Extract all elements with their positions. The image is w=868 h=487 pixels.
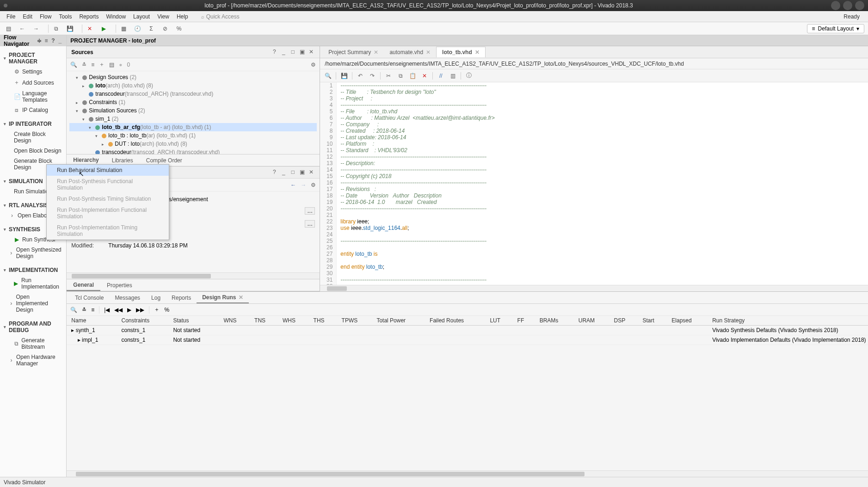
- quick-access-box[interactable]: ⌕ Quick Access: [201, 13, 240, 20]
- library-browse-button[interactable]: …: [305, 220, 315, 228]
- ed-columns-icon[interactable]: ▥: [449, 73, 457, 79]
- line-content[interactable]: -- Copyright (c) 2018: [337, 173, 868, 179]
- line-content[interactable]: -- Description:: [337, 160, 868, 166]
- code-line[interactable]: 3-- Project :: [320, 95, 868, 102]
- column-header[interactable]: TPWS: [337, 316, 372, 326]
- code-line[interactable]: 30: [320, 270, 868, 277]
- column-header[interactable]: Constraints: [117, 316, 169, 326]
- sources-tree[interactable]: ▾Design Sources (2) ▸loto(arch) (loto.vh…: [67, 71, 320, 154]
- menu-tools[interactable]: Tools: [55, 13, 75, 20]
- sources-float-icon[interactable]: ▣: [298, 49, 306, 56]
- nav-add-sources[interactable]: ＋Add Sources: [4, 77, 62, 88]
- line-content[interactable]: ----------------------------------------…: [337, 238, 868, 244]
- window-close-button[interactable]: [855, 1, 864, 10]
- nav-open-synthesized[interactable]: ›Open Synthesized Design: [4, 245, 62, 261]
- code-line[interactable]: 25--------------------------------------…: [320, 238, 868, 244]
- column-header[interactable]: Failed Routes: [425, 316, 485, 326]
- con-first-icon[interactable]: |◀: [104, 307, 110, 313]
- close-icon[interactable]: ✕: [426, 49, 431, 55]
- fn-expand-icon[interactable]: ≡: [43, 37, 49, 44]
- save-icon[interactable]: 💾: [65, 24, 74, 33]
- code-line[interactable]: 9-- Last update: 2018-06-14: [320, 134, 868, 141]
- forward-icon[interactable]: →: [31, 24, 41, 33]
- code-line[interactable]: 28: [320, 257, 868, 264]
- run-icon[interactable]: ▶: [99, 24, 108, 33]
- column-header[interactable]: Elapsed: [667, 316, 708, 326]
- column-header[interactable]: Status: [168, 316, 219, 326]
- con-percent-icon[interactable]: %: [164, 307, 169, 313]
- line-content[interactable]: ----------------------------------------…: [337, 82, 868, 89]
- menu-view[interactable]: View: [154, 13, 173, 20]
- con-next-icon[interactable]: ▶▶: [136, 307, 144, 313]
- sources-min-icon[interactable]: _: [280, 49, 287, 56]
- line-content[interactable]: [337, 212, 868, 218]
- ed-comment-icon[interactable]: //: [437, 73, 445, 79]
- code-line[interactable]: 8-- Created : 2018-06-14: [320, 128, 868, 134]
- line-content[interactable]: ----------------------------------------…: [337, 166, 868, 173]
- editor-scrollbar[interactable]: [320, 285, 868, 291]
- section-implementation[interactable]: IMPLEMENTATION: [4, 265, 62, 275]
- detail-icon[interactable]: ▤: [109, 62, 114, 68]
- con-search-icon[interactable]: 🔍: [70, 307, 77, 313]
- line-content[interactable]: [337, 270, 868, 277]
- ed-save-icon[interactable]: 💾: [340, 73, 348, 79]
- column-header[interactable]: Start: [638, 316, 667, 326]
- code-line[interactable]: 7-- Company :: [320, 121, 868, 128]
- nav-open-block-design[interactable]: Open Block Design: [4, 146, 62, 156]
- line-content[interactable]: library ieee;: [337, 218, 868, 225]
- add-icon[interactable]: ＋: [99, 61, 105, 68]
- code-line[interactable]: 21: [320, 212, 868, 218]
- props-help-icon[interactable]: ?: [271, 169, 278, 176]
- nav-run-implementation[interactable]: ▶Run Implementation: [4, 275, 62, 292]
- line-content[interactable]: -- Revisions :: [337, 186, 868, 192]
- line-content[interactable]: -- 2018-06-14 1.0 marzel Created: [337, 199, 868, 205]
- close-icon[interactable]: ✕: [239, 294, 243, 301]
- con-filter-icon[interactable]: ≛: [82, 307, 86, 313]
- tab-automate-vhd[interactable]: automate.vhd✕: [384, 47, 436, 57]
- line-content[interactable]: -- Standard : VHDL'93/02: [337, 147, 868, 154]
- nav-open-implemented[interactable]: ›Open Implemented Design: [4, 292, 62, 315]
- line-content[interactable]: ----------------------------------------…: [337, 179, 868, 186]
- window-max-button[interactable]: [843, 1, 852, 10]
- design-runs-table[interactable]: NameConstraintsStatusWNSTNSWHSTHSTPWSTot…: [67, 316, 868, 470]
- column-header[interactable]: Total Power: [372, 316, 425, 326]
- layout-dropdown[interactable]: ≡ Default Layout ▾: [807, 24, 864, 33]
- menu-run-behavioral-simulation[interactable]: Run Behavioral Simulation: [47, 165, 169, 176]
- code-line[interactable]: 12--------------------------------------…: [320, 154, 868, 160]
- close-icon[interactable]: ✕: [475, 49, 480, 55]
- code-line[interactable]: 6-- Author : Matthieu Arzel <mattieu.arz…: [320, 115, 868, 121]
- nav-create-block-design[interactable]: Create Block Design: [4, 129, 62, 146]
- line-content[interactable]: -- Title : Testbench for design "loto": [337, 89, 868, 95]
- code-editor[interactable]: 1---------------------------------------…: [320, 82, 868, 285]
- con-prev-icon[interactable]: ◀◀: [114, 307, 123, 313]
- line-content[interactable]: ----------------------------------------…: [337, 154, 868, 160]
- line-content[interactable]: -- Platform :: [337, 141, 868, 147]
- fn-help-icon[interactable]: ?: [50, 37, 55, 44]
- column-header[interactable]: Run Strategy: [708, 316, 868, 326]
- ed-paste-icon[interactable]: 📋: [408, 73, 417, 79]
- line-content[interactable]: -- File : loto_tb.vhd: [337, 108, 868, 115]
- back-icon[interactable]: ←: [18, 24, 27, 33]
- code-line[interactable]: 24: [320, 231, 868, 238]
- code-line[interactable]: 13-- Description:: [320, 160, 868, 166]
- line-content[interactable]: use ieee.std_logic_1164.all;: [337, 225, 868, 231]
- code-line[interactable]: 15-- Copyright (c) 2018: [320, 173, 868, 179]
- sources-close-icon[interactable]: ✕: [308, 49, 315, 56]
- fn-collapse-icon[interactable]: ≑: [37, 37, 42, 44]
- cancel2-icon[interactable]: ⊘: [160, 24, 170, 33]
- ed-cut-icon[interactable]: ✂: [384, 73, 393, 79]
- ed-undo-icon[interactable]: ↶: [356, 73, 364, 79]
- line-content[interactable]: [337, 231, 868, 238]
- line-content[interactable]: -- Date Version Author Description: [337, 192, 868, 199]
- column-header[interactable]: FF: [513, 316, 535, 326]
- sources-max-icon[interactable]: □: [289, 49, 296, 56]
- menu-window[interactable]: Window: [102, 13, 129, 20]
- table-row[interactable]: ▸ synth_1constrs_1Not startedVivado Synt…: [67, 326, 868, 335]
- code-line[interactable]: 23use ieee.std_logic_1164.all;: [320, 225, 868, 231]
- line-content[interactable]: -- Created : 2018-06-14: [337, 128, 868, 134]
- nav-open-hw-manager[interactable]: ›Open Hardware Manager: [4, 352, 62, 369]
- ed-redo-icon[interactable]: ↷: [368, 73, 376, 79]
- con-add-icon[interactable]: ＋: [154, 306, 160, 314]
- cancel-icon[interactable]: ✕: [85, 24, 94, 33]
- line-content[interactable]: -- Author : Matthieu Arzel <mattieu.arze…: [337, 115, 868, 121]
